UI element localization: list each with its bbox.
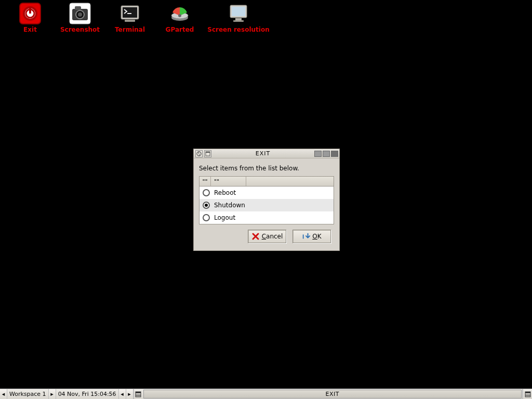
radio-icon: [203, 189, 210, 196]
option-reboot[interactable]: Reboot: [200, 187, 334, 199]
svg-rect-23: [206, 152, 210, 153]
taskbar-clock: 04 Nov, Fri 15:04:56: [56, 389, 119, 399]
radio-icon: [203, 214, 210, 221]
workspace-next-button[interactable]: ▸: [49, 389, 56, 399]
list-header-col-1[interactable]: "": [200, 177, 211, 186]
option-shutdown[interactable]: Shutdown: [200, 199, 334, 211]
desktop-icon-gparted[interactable]: GParted: [155, 2, 205, 33]
cancel-button[interactable]: Cancel: [248, 230, 286, 243]
camera-icon: [69, 2, 91, 25]
svg-point-9: [78, 12, 82, 17]
titlebar-left: [194, 150, 211, 157]
cancel-label: Cancel: [262, 233, 283, 240]
list-header-col-3[interactable]: [246, 177, 334, 186]
list-header: "" "": [199, 176, 334, 187]
desktop-icons: Exit Screenshot: [0, 0, 532, 33]
taskbar-menu-icon[interactable]: [523, 389, 532, 399]
desktop-icon-label: Terminal: [115, 26, 145, 33]
option-label: Logout: [214, 214, 235, 221]
dialog-buttons: Cancel OK: [199, 224, 334, 245]
desktop-icon-terminal[interactable]: Terminal: [105, 2, 155, 33]
monitor-icon: [227, 2, 250, 25]
svg-rect-13: [125, 20, 135, 22]
taskbar-task-exit[interactable]: EXIT: [143, 390, 522, 398]
cancel-icon: [251, 232, 260, 241]
svg-rect-29: [525, 392, 530, 393]
dialog-instruction: Select items from the list below.: [199, 165, 334, 172]
desktop-icon-label: Exit: [23, 26, 37, 33]
desktop-icon-screen-resolution[interactable]: Screen resolution: [205, 2, 272, 33]
taskbar-task-list: EXIT: [143, 389, 523, 399]
svg-rect-4: [29, 7, 31, 14]
window-minimize-button[interactable]: [314, 151, 322, 157]
exit-dialog: EXIT Select items from the list below. "…: [193, 149, 340, 251]
svg-rect-12: [127, 13, 131, 14]
desktop-icon-screenshot[interactable]: Screenshot: [55, 2, 105, 33]
ok-label: OK: [312, 233, 321, 240]
ok-button[interactable]: OK: [292, 230, 331, 243]
ok-icon: [302, 232, 310, 241]
power-icon: [19, 2, 42, 25]
option-label: Shutdown: [214, 202, 245, 209]
desktop-icon-exit[interactable]: Exit: [5, 2, 55, 33]
option-label: Reboot: [214, 189, 236, 196]
desktop-icon-label: GParted: [166, 26, 194, 33]
option-list: Reboot Shutdown Logout: [199, 187, 334, 224]
dialog-body: Select items from the list below. "" "" …: [194, 158, 339, 250]
dialog-titlebar[interactable]: EXIT: [194, 149, 339, 158]
window-list-icon[interactable]: [134, 389, 143, 399]
list-header-col-2[interactable]: "": [211, 177, 246, 186]
radio-icon: [203, 202, 210, 209]
dialog-title: EXIT: [211, 150, 314, 157]
terminal-icon: [118, 2, 141, 25]
svg-rect-7: [75, 6, 81, 10]
window-sticky-icon[interactable]: [204, 150, 211, 157]
disk-icon: [168, 2, 191, 25]
desktop-icon-label: Screen resolution: [207, 26, 269, 33]
svg-rect-20: [233, 20, 244, 22]
workspace-prev-button[interactable]: ◂: [0, 389, 7, 399]
taskbar-task-label: EXIT: [326, 391, 339, 397]
window-close-button[interactable]: [331, 151, 338, 157]
titlebar-right: [314, 151, 339, 157]
workspace-label[interactable]: Workspace 1: [7, 389, 49, 399]
tasklist-scroll-right[interactable]: ▸: [126, 389, 134, 399]
svg-rect-25: [136, 392, 141, 393]
tasklist-scroll-left[interactable]: ◂: [119, 389, 126, 399]
svg-point-16: [178, 14, 181, 17]
svg-rect-19: [235, 18, 242, 20]
desktop-icon-label: Screenshot: [60, 26, 100, 33]
option-logout[interactable]: Logout: [200, 211, 334, 224]
svg-rect-18: [232, 7, 245, 16]
window-maximize-button[interactable]: [323, 151, 330, 157]
taskbar: ◂ Workspace 1 ▸ 04 Nov, Fri 15:04:56 ◂ ▸…: [0, 389, 532, 399]
window-menu-icon[interactable]: [195, 150, 203, 157]
